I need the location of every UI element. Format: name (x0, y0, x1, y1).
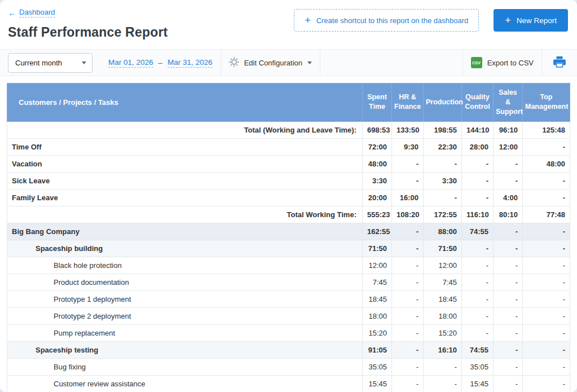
table-row-project: Spaceship building71:50-71:50--- (7, 240, 570, 257)
row-value: - (494, 274, 523, 290)
row-label: Bug fixing (7, 358, 363, 375)
table-row-task: Prototype 2 deployment18:00-18:00--- (7, 307, 570, 324)
row-value: 172:55 (424, 206, 462, 223)
period-select[interactable]: Current month (8, 53, 93, 73)
row-value: - (523, 223, 570, 240)
row-value: - (392, 307, 424, 324)
back-to-dashboard-link[interactable]: ← Dashboard (8, 8, 55, 17)
row-value: - (523, 257, 570, 274)
row-value: - (523, 375, 570, 392)
table-row-task: Bug fixing35:05--35:05-- (7, 358, 570, 375)
row-value: - (462, 257, 494, 274)
header-left: ← Dashboard Staff Performance Report (8, 8, 168, 40)
row-value: 77:48 (523, 206, 570, 223)
row-value: 72:00 (363, 138, 392, 155)
row-value: - (523, 240, 570, 257)
row-value: - (523, 138, 570, 155)
row-value: - (523, 290, 570, 307)
row-label: Total Working Time: (7, 206, 363, 223)
row-label: Time Off (7, 138, 363, 155)
row-value: - (494, 290, 523, 307)
row-value: - (462, 324, 494, 341)
row-value: - (494, 257, 523, 274)
row-value: 18:00 (424, 307, 462, 324)
row-value: 16:10 (424, 341, 462, 358)
row-value: 80:10 (494, 206, 523, 223)
edit-configuration-label: Edit Configuration (244, 59, 302, 67)
row-value: 12:00 (424, 257, 462, 274)
row-value: - (523, 274, 570, 290)
row-value: 91:05 (363, 341, 392, 358)
new-report-label: New Report (517, 16, 557, 25)
column-header-quality-control: Quality Control (462, 83, 494, 122)
new-report-button[interactable]: + New Report (494, 9, 568, 32)
row-value: - (494, 172, 523, 189)
period-section: Current month (0, 50, 100, 76)
column-header-tasks: Customers / Projects / Tasks (7, 83, 363, 122)
row-value: 12:00 (363, 257, 392, 274)
table-row-task: Prototype 1 deployment18:45-18:45--- (7, 290, 570, 307)
row-value: - (523, 189, 570, 206)
row-value: - (424, 189, 462, 206)
row-value: - (392, 223, 424, 240)
row-value: - (392, 324, 424, 341)
column-header-production: Production (424, 83, 462, 122)
row-value: 9:30 (392, 138, 424, 155)
row-value: 71:50 (424, 240, 462, 257)
row-value: 125:48 (523, 121, 570, 138)
row-label: Pump replacement (7, 324, 363, 341)
csv-file-icon: CSV (471, 57, 482, 68)
row-value: 7:45 (363, 274, 392, 290)
period-select-value: Current month (15, 59, 62, 67)
row-value: 4:00 (494, 189, 523, 206)
chevron-down-icon (82, 61, 86, 64)
date-range-section: Mar 01, 2026 – Mar 31, 2026 (100, 50, 221, 76)
row-value: 96:10 (494, 121, 523, 138)
table-row-category: Sick Leave3:30-3:30--- (7, 172, 570, 189)
table-row-category: Vacation48:00----48:00 (7, 155, 570, 172)
date-from-link[interactable]: Mar 01, 2026 (108, 58, 153, 68)
row-value: - (392, 155, 424, 172)
row-value: 35:05 (363, 358, 392, 375)
row-value: - (494, 307, 523, 324)
row-label: Black hole protection (7, 257, 363, 274)
row-value: 698:53 (363, 121, 392, 138)
row-value: 18:45 (363, 290, 392, 307)
row-value: - (392, 274, 424, 290)
column-header-sales-support: Sales & Support (494, 83, 523, 122)
edit-configuration-button[interactable]: Edit Configuration (221, 50, 320, 76)
row-value: - (462, 307, 494, 324)
row-value: 162:55 (363, 223, 392, 240)
row-value: 15:45 (363, 375, 392, 392)
row-value: 15:20 (424, 324, 462, 341)
date-to-link[interactable]: Mar 31, 2026 (168, 58, 213, 68)
row-label: Customer review assistance (7, 375, 363, 392)
row-value: - (392, 290, 424, 307)
table-row-category: Family Leave20:0016:00--4:00- (7, 189, 570, 206)
row-value: 71:50 (363, 240, 392, 257)
row-value: - (494, 155, 523, 172)
export-csv-button[interactable]: CSV Export to CSV (463, 50, 541, 76)
row-value: 15:20 (363, 324, 392, 341)
row-value: 198:55 (424, 121, 462, 138)
row-value: - (462, 240, 494, 257)
table-row-task: Pump replacement15:20-15:20--- (7, 324, 570, 341)
page-title: Staff Performance Report (8, 25, 168, 40)
staff-performance-table: Customers / Projects / Tasks Spent Time … (7, 83, 570, 392)
print-button[interactable] (542, 50, 577, 76)
row-value: 3:30 (363, 172, 392, 189)
row-value: - (392, 375, 424, 392)
row-label: Big Bang Company (7, 223, 363, 240)
row-value: - (462, 155, 494, 172)
row-label: Vacation (7, 155, 363, 172)
table-row-project: Spaceship testing91:05-16:1074:55-- (7, 341, 570, 358)
row-label: Prototype 2 deployment (7, 307, 363, 324)
printer-icon (553, 56, 566, 69)
create-shortcut-button[interactable]: + Create shortcut to this report on the … (294, 9, 479, 32)
toolbar-spacer (320, 50, 463, 76)
plus-icon: + (305, 15, 311, 25)
row-value: - (494, 358, 523, 375)
row-label: Family Leave (7, 189, 363, 206)
row-label: Spaceship testing (7, 341, 363, 358)
create-shortcut-label: Create shortcut to this report on the da… (316, 16, 469, 25)
